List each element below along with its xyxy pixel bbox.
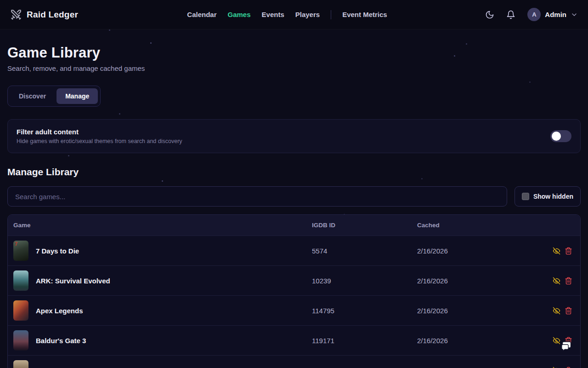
nav-right-controls: A Admin (468, 8, 578, 21)
show-hidden-label: Show hidden (533, 193, 573, 200)
search-row: Show hidden (7, 186, 581, 207)
igdb-id-cell: 10239 (306, 277, 412, 285)
game-name: Apex Legends (36, 307, 83, 315)
brand[interactable]: Raid Ledger (10, 9, 107, 21)
eye-off-icon (553, 277, 560, 285)
delete-game-button[interactable] (565, 367, 572, 368)
show-hidden-control[interactable]: Show hidden (514, 186, 581, 207)
user-menu[interactable]: A Admin (527, 8, 578, 21)
hide-game-button[interactable] (553, 277, 560, 285)
row-actions (524, 247, 580, 255)
trash-icon (565, 307, 572, 315)
game-name: 7 Days to Die (36, 247, 79, 255)
eye-off-icon (553, 337, 560, 345)
cached-date-cell: 2/16/2026 (412, 247, 524, 255)
eye-off-icon (553, 247, 560, 255)
table-row: Black Desert Online 8983 2/16/2026 (8, 355, 580, 368)
main-nav: Calendar Games Events Players Event Metr… (107, 10, 468, 19)
table-row: Baldur's Gate 3 119171 2/16/2026 (8, 325, 580, 355)
game-cell: Baldur's Gate 3 (8, 330, 306, 351)
nav-item-calendar[interactable]: Calendar (187, 11, 216, 18)
game-cover-thumbnail (13, 360, 28, 368)
table-row: Apex Legends 114795 2/16/2026 (8, 295, 580, 325)
game-cover-thumbnail (13, 300, 28, 321)
manage-library-heading: Manage Library (7, 167, 581, 178)
page-title: Game Library (7, 45, 581, 61)
cached-date-cell: 2/16/2026 (412, 307, 524, 315)
crossed-swords-icon (10, 9, 22, 21)
game-cover-thumbnail (13, 270, 28, 291)
igdb-id-cell: 114795 (306, 307, 412, 315)
page-subtitle: Search, remove, and manage cached games (7, 64, 581, 72)
eye-off-icon (553, 307, 560, 315)
hide-game-button[interactable] (553, 307, 560, 315)
nav-item-events[interactable]: Events (262, 11, 284, 18)
game-cell: Black Desert Online (8, 360, 306, 368)
bell-icon (506, 10, 515, 19)
column-header-igdb-id: IGDB ID (306, 222, 412, 229)
column-header-game: Game (8, 222, 306, 229)
cached-date-cell: 2/16/2026 (412, 367, 524, 368)
theme-toggle-button[interactable] (485, 10, 494, 19)
game-cover-thumbnail (13, 241, 28, 261)
table-row: ARK: Survival Evolved 10239 2/16/2026 (8, 265, 580, 295)
adult-filter-title: Filter adult content (17, 128, 182, 136)
game-cell: 7 Days to Die (8, 241, 306, 261)
chat-bubbles-cursor-icon (560, 339, 574, 355)
column-header-cached: Cached (412, 222, 524, 229)
delete-game-button[interactable] (565, 307, 572, 315)
game-cell: Apex Legends (8, 300, 306, 321)
tab-discover[interactable]: Discover (10, 88, 55, 104)
row-actions (524, 307, 580, 315)
cached-date-cell: 2/16/2026 (412, 277, 524, 285)
eye-off-icon (553, 367, 560, 368)
game-name: Black Desert Online (36, 367, 101, 368)
nav-item-games[interactable]: Games (228, 11, 251, 18)
show-hidden-checkbox[interactable] (522, 193, 529, 200)
nav-item-event-metrics[interactable]: Event Metrics (342, 11, 387, 18)
row-actions (524, 277, 580, 285)
tab-manage[interactable]: Manage (57, 88, 98, 104)
search-input[interactable] (7, 186, 507, 207)
igdb-id-cell: 119171 (306, 337, 412, 345)
adult-filter-description: Hide games with erotic/sexual themes fro… (17, 138, 182, 144)
row-actions (524, 367, 580, 368)
user-name: Admin (545, 11, 566, 18)
igdb-id-cell: 5574 (306, 247, 412, 255)
avatar: A (527, 8, 541, 21)
table-header: Game IGDB ID Cached (8, 215, 580, 236)
top-navbar: Raid Ledger Calendar Games Events Player… (0, 0, 588, 29)
trash-icon (565, 277, 572, 285)
nav-item-players[interactable]: Players (295, 11, 320, 18)
hide-game-button[interactable] (553, 367, 560, 368)
table-row: 7 Days to Die 5574 2/16/2026 (8, 236, 580, 265)
trash-icon (565, 247, 572, 255)
nav-divider (331, 10, 331, 19)
game-name: Baldur's Gate 3 (36, 337, 86, 345)
igdb-id-cell: 8983 (306, 367, 412, 368)
notifications-button[interactable] (506, 10, 515, 19)
brand-title: Raid Ledger (27, 10, 78, 20)
moon-icon (485, 10, 494, 19)
cached-date-cell: 2/16/2026 (412, 337, 524, 345)
hide-game-button[interactable] (553, 337, 560, 345)
toggle-knob (552, 132, 561, 141)
adult-filter-card: Filter adult content Hide games with ero… (7, 119, 581, 153)
library-tabs: Discover Manage (7, 86, 101, 107)
game-cover-thumbnail (13, 330, 28, 351)
game-cell: ARK: Survival Evolved (8, 270, 306, 291)
games-table: Game IGDB ID Cached 7 Days to Die 5574 2… (7, 214, 581, 368)
delete-game-button[interactable] (565, 247, 572, 255)
main-content: Game Library Search, remove, and manage … (0, 45, 588, 368)
trash-icon (565, 367, 572, 368)
game-name: ARK: Survival Evolved (36, 277, 110, 285)
adult-filter-text: Filter adult content Hide games with ero… (17, 128, 182, 144)
hide-game-button[interactable] (553, 247, 560, 255)
adult-filter-toggle[interactable] (550, 130, 571, 142)
delete-game-button[interactable] (565, 277, 572, 285)
chevron-down-icon (571, 11, 578, 18)
